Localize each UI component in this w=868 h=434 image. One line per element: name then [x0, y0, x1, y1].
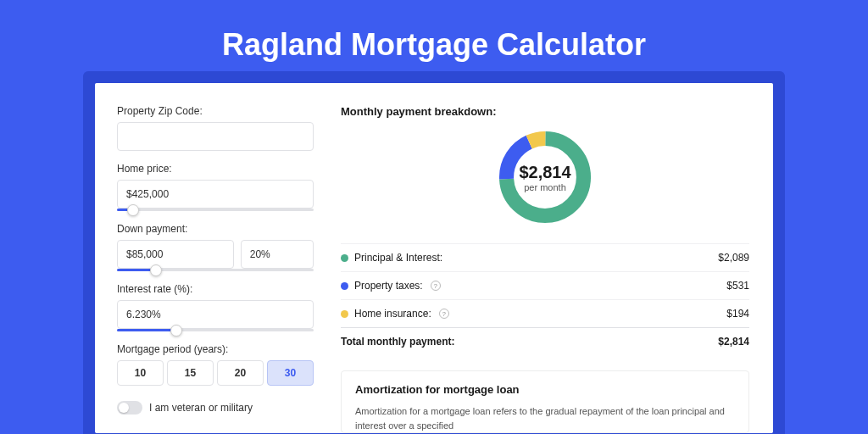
price-input[interactable]: [117, 180, 314, 209]
legend-label: Home insurance:: [354, 308, 431, 320]
zip-input[interactable]: [117, 122, 314, 151]
breakdown-title: Monthly payment breakdown:: [341, 105, 749, 118]
down-slider[interactable]: [117, 269, 314, 271]
rate-slider[interactable]: [117, 329, 314, 331]
period-btn-15[interactable]: 15: [167, 360, 214, 386]
period-options: 10 15 20 30: [117, 360, 314, 386]
period-btn-20[interactable]: 20: [217, 360, 264, 386]
dot-icon: [341, 254, 348, 262]
rate-field-group: Interest rate (%):: [117, 283, 314, 331]
legend-row-total: Total monthly payment: $2,814: [341, 327, 749, 355]
zip-label: Property Zip Code:: [117, 105, 314, 117]
period-label: Mortgage period (years):: [117, 343, 314, 355]
amortization-box: Amortization for mortgage loan Amortizat…: [341, 370, 749, 433]
veteran-row: I am veteran or military: [117, 401, 314, 415]
rate-input[interactable]: [117, 300, 314, 329]
amortization-title: Amortization for mortgage loan: [355, 383, 735, 396]
legend-label: Principal & Interest:: [354, 252, 442, 264]
price-slider[interactable]: [117, 209, 314, 211]
help-icon[interactable]: ?: [439, 309, 449, 319]
total-label: Total monthly payment:: [341, 336, 454, 348]
donut-total-value: $2,814: [519, 163, 570, 182]
legend-left: Home insurance: ?: [341, 308, 449, 320]
legend-left: Property taxes: ?: [341, 280, 441, 292]
total-value: $2,814: [718, 336, 749, 348]
price-slider-thumb[interactable]: [127, 204, 139, 216]
legend-value: $531: [726, 280, 749, 292]
donut-center: $2,814 per month: [519, 163, 570, 192]
veteran-toggle[interactable]: [117, 401, 142, 415]
rate-slider-thumb[interactable]: [170, 325, 182, 337]
down-amount-input[interactable]: [117, 240, 234, 269]
down-pct-input[interactable]: [241, 240, 314, 269]
breakdown-column: Monthly payment breakdown: $2,814 per mo…: [332, 83, 773, 433]
amortization-text: Amortization for a mortgage loan refers …: [355, 404, 735, 432]
down-input-row: [117, 240, 314, 269]
legend-label: Property taxes:: [354, 280, 423, 292]
form-column: Property Zip Code: Home price: Down paym…: [95, 83, 332, 433]
legend-row-insurance: Home insurance: ? $194: [341, 299, 749, 327]
veteran-label: I am veteran or military: [149, 402, 253, 414]
donut-chart: $2,814 per month: [341, 126, 749, 228]
legend-left: Principal & Interest:: [341, 252, 442, 264]
dot-icon: [341, 310, 348, 318]
down-field-group: Down payment:: [117, 223, 314, 271]
period-btn-10[interactable]: 10: [117, 360, 164, 386]
zip-field-group: Property Zip Code:: [117, 105, 314, 151]
down-slider-thumb[interactable]: [150, 264, 162, 276]
period-field-group: Mortgage period (years): 10 15 20 30: [117, 343, 314, 386]
down-label: Down payment:: [117, 223, 314, 235]
legend-value: $2,089: [718, 252, 749, 264]
legend-row-taxes: Property taxes: ? $531: [341, 271, 749, 299]
dot-icon: [341, 282, 348, 290]
price-field-group: Home price:: [117, 163, 314, 211]
rate-slider-fill: [117, 329, 176, 331]
legend-value: $194: [726, 308, 749, 320]
legend-row-principal: Principal & Interest: $2,089: [341, 243, 749, 271]
price-label: Home price:: [117, 163, 314, 175]
donut-total-sub: per month: [519, 182, 570, 192]
help-icon[interactable]: ?: [431, 281, 441, 291]
calculator-card: Property Zip Code: Home price: Down paym…: [95, 83, 773, 433]
period-btn-30[interactable]: 30: [267, 360, 314, 386]
page-title: Ragland Mortgage Calculator: [0, 27, 868, 63]
rate-label: Interest rate (%):: [117, 283, 314, 295]
calculator-card-wrap: Property Zip Code: Home price: Down paym…: [95, 83, 773, 433]
